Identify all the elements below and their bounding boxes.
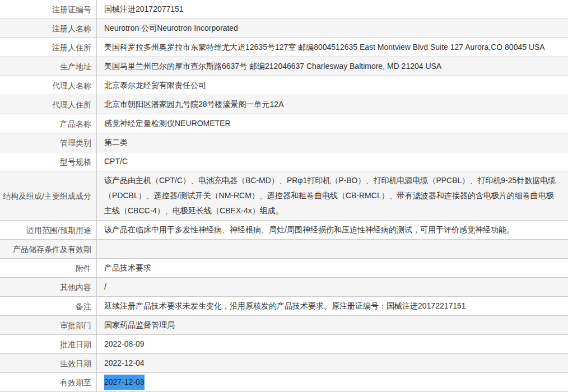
table-row: 代理人住所 北京市朝阳区潘家园九号院28号楼濠景阁一单元12A (0, 95, 568, 114)
table-row: 生产地址 美国马里兰州巴尔的摩市查尔斯路6637号 邮编212046637 Ch… (0, 57, 568, 76)
row-label: 注册证编号 (0, 0, 97, 18)
row-value-text: / (104, 279, 106, 295)
table-row: 注册证编号 国械注进20172077151 (0, 0, 568, 19)
row-value-text: 该产品由主机（CPT/C）、电池充电器（BC-MD）、PRφ1打印机（P-BO）… (104, 173, 561, 218)
row-value: 国械注进20172077151 (97, 0, 568, 18)
row-value: 2022-08-09 (97, 335, 568, 353)
row-value-text: 2022-08-09 (104, 337, 145, 352)
table-row: 结构及组成/主要组成成分 该产品由主机（CPT/C）、电池充电器（BC-MD）、… (0, 171, 568, 221)
table-row: 有效期至 2027-12-03 (0, 373, 568, 392)
row-label: 产品储存条件及有效期 (0, 240, 97, 258)
row-label: 适用范围/预期用途 (0, 221, 97, 239)
row-value: 延续注册产品技术要求未发生变化，沿用原核发的产品技术要求。原注册证编号：国械注进… (97, 297, 568, 315)
row-value: 该产品由主机（CPT/C）、电池充电器（BC-MD）、PRφ1打印机（P-BO）… (97, 171, 568, 220)
row-label: 生产地址 (0, 57, 97, 76)
row-label: 有效期至 (0, 373, 97, 391)
row-value: CPT/C (97, 152, 568, 171)
row-label: 产品名称 (0, 114, 97, 133)
row-value-text: 延续注册产品技术要求未发生变化，沿用原核发的产品技术要求。原注册证编号：国械注进… (104, 298, 466, 314)
registration-table: 注册证编号 国械注进20172077151 注册人名称 Neurotron 公司… (0, 0, 568, 392)
row-value: Neurotron 公司Neurotron Incorporated (97, 19, 568, 38)
row-label: 代理人住所 (0, 95, 97, 114)
table-row: 注册人住所 美国科罗拉多州奥罗拉市东蒙特维尤大道12635号127室 邮编800… (0, 38, 568, 57)
row-value: 美国马里兰州巴尔的摩市查尔斯路6637号 邮编212046637 Charles… (97, 57, 568, 76)
table-row: 生效日期 2022-12-04 (0, 354, 568, 373)
row-label: 注册人名称 (0, 19, 97, 38)
table-row: 管理类别 第二类 (0, 133, 568, 152)
row-value: 该产品在临床中用于多发性神经病、神经根病、局灶/周围神经损伤和压迫性神经病的测试… (97, 221, 568, 239)
table-row: 其他内容 / (0, 278, 568, 297)
table-row: 备注 延续注册产品技术要求未发生变化，沿用原核发的产品技术要求。原注册证编号：国… (0, 297, 568, 316)
row-value: 美国科罗拉多州奥罗拉市东蒙特维尤大道12635号127室 邮编800451263… (97, 38, 568, 57)
row-value-text: 国械注进20172077151 (104, 2, 184, 17)
table-row: 代理人名称 北京泰尔龙经贸有限责任公司 (0, 76, 568, 95)
row-value-text: 美国马里兰州巴尔的摩市查尔斯路6637号 邮编212046637 Charles… (104, 59, 441, 74)
row-value-text: 第二类 (104, 135, 128, 150)
table-row: 附件 产品技术要求 (0, 259, 568, 278)
selected-text: 2027-12-03 (104, 375, 145, 390)
row-label: 其他内容 (0, 278, 97, 296)
table-row: 批准日期 2022-08-09 (0, 335, 568, 354)
row-label: 批准日期 (0, 335, 97, 353)
row-value-text: 产品技术要求 (104, 260, 151, 276)
row-value: / (97, 278, 568, 296)
row-label: 审批部门 (0, 316, 97, 334)
row-value-text: 北京市朝阳区潘家园九号院28号楼濠景阁一单元12A (104, 97, 283, 112)
row-value: 国家药品监督管理局 (97, 316, 568, 334)
row-value-text: 美国科罗拉多州奥罗拉市东蒙特维尤大道12635号127室 邮编800451263… (104, 40, 545, 55)
row-label: 管理类别 (0, 133, 97, 152)
row-value-text: 2022-12-04 (104, 356, 145, 371)
row-value (97, 240, 568, 258)
row-label: 注册人住所 (0, 38, 97, 57)
row-label: 附件 (0, 259, 97, 277)
row-value-text: 国家药品监督管理局 (104, 318, 175, 333)
page-viewport: 注册证编号 国械注进20172077151 注册人名称 Neurotron 公司… (0, 0, 568, 392)
table-row: 适用范围/预期用途 该产品在临床中用于多发性神经病、神经根病、局灶/周围神经损伤… (0, 221, 568, 240)
row-value-text: 北京泰尔龙经贸有限责任公司 (104, 78, 206, 93)
row-value: 2027-12-03 (97, 373, 568, 391)
table-row: 注册人名称 Neurotron 公司Neurotron Incorporated (0, 19, 568, 38)
row-value: 北京泰尔龙经贸有限责任公司 (97, 76, 568, 95)
row-label: 结构及组成/主要组成成分 (0, 171, 97, 220)
row-value: 感觉神经定量检测仪NEUROMETER (97, 114, 568, 133)
row-value: 北京市朝阳区潘家园九号院28号楼濠景阁一单元12A (97, 95, 568, 114)
row-value: 产品技术要求 (97, 259, 568, 277)
row-value: 2022-12-04 (97, 354, 568, 372)
table-row: 产品储存条件及有效期 (0, 240, 568, 259)
row-label: 生效日期 (0, 354, 97, 372)
row-value-text: 感觉神经定量检测仪NEUROMETER (104, 116, 231, 131)
row-label: 备注 (0, 297, 97, 315)
table-row: 型号规格 CPT/C (0, 152, 568, 171)
row-value: 第二类 (97, 133, 568, 152)
row-label: 型号规格 (0, 152, 97, 171)
row-value-text: 该产品在临床中用于多发性神经病、神经根病、局灶/周围神经损伤和压迫性神经病的测试… (104, 222, 514, 237)
row-value-text: CPT/C (104, 154, 128, 169)
table-row: 产品名称 感觉神经定量检测仪NEUROMETER (0, 114, 568, 133)
row-value-text: Neurotron 公司Neurotron Incorporated (104, 21, 238, 36)
row-label: 代理人名称 (0, 76, 97, 95)
table-row: 审批部门 国家药品监督管理局 (0, 316, 568, 335)
